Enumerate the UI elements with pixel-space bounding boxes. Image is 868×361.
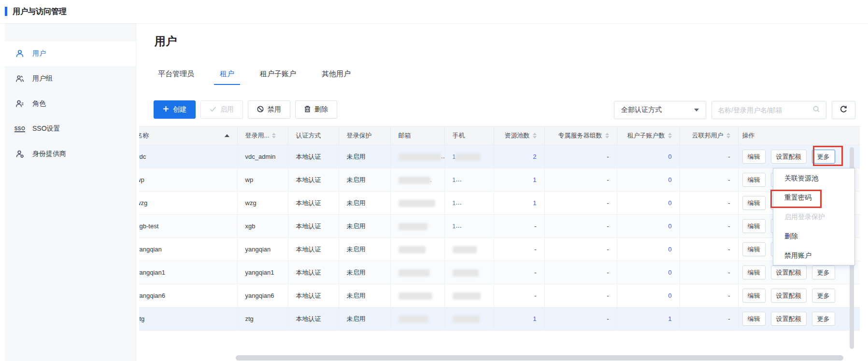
tab-other-users[interactable]: 其他用户 <box>316 64 356 86</box>
column-label: 名称 <box>139 131 149 140</box>
set-quota-button[interactable]: 设置配额 <box>771 289 807 303</box>
column-header-2: 认证方式 <box>288 126 339 145</box>
column-header-8[interactable]: 租户子账户数 <box>617 126 680 145</box>
more-button[interactable]: 更多 <box>812 265 835 279</box>
menu-item-associate-resource-pool[interactable]: 关联资源池 <box>773 168 854 188</box>
table-row: yangqian1yangqian1本地认证未启用--0-编辑设置配额更多 <box>139 261 860 284</box>
federation-cell: - <box>680 145 738 168</box>
edit-button[interactable]: 编辑 <box>742 219 766 233</box>
refresh-button[interactable] <box>832 101 855 119</box>
edit-button[interactable]: 编辑 <box>742 312 766 326</box>
edit-button[interactable]: 编辑 <box>742 289 766 303</box>
redacted-blur <box>453 246 477 253</box>
disable-button[interactable]: 禁用 <box>248 100 290 119</box>
sidebar-item-identity-provider[interactable]: 身份提供商 <box>5 141 136 167</box>
count-link[interactable]: 0 <box>668 199 671 207</box>
sub-accounts-cell: 0 <box>617 238 680 261</box>
column-header-9[interactable]: 云联邦用户 <box>680 126 738 145</box>
sorter-icon[interactable] <box>272 133 276 139</box>
dedicated-groups-cell: - <box>544 192 617 215</box>
menu-item-disable-account[interactable]: 禁用账户 <box>773 246 854 265</box>
set-quota-button[interactable]: 设置配额 <box>771 150 807 164</box>
pools-cell: - <box>494 261 544 284</box>
sorter-icon[interactable] <box>605 133 609 139</box>
column-header-7[interactable]: 专属服务器组数 <box>544 126 617 145</box>
delete-button[interactable]: 删除 <box>295 100 337 119</box>
edit-button[interactable]: 编辑 <box>742 196 766 210</box>
name-cell: wzg <box>139 192 237 215</box>
search-input[interactable] <box>718 106 812 114</box>
horizontal-scrollbar[interactable] <box>236 355 843 361</box>
sorter-icon[interactable] <box>726 133 730 139</box>
identity-provider-icon <box>15 149 25 159</box>
column-header-1[interactable]: 登录用... <box>237 126 288 145</box>
edit-button[interactable]: 编辑 <box>742 242 766 256</box>
count-link[interactable]: 0 <box>668 176 671 183</box>
auth-cell: 本地认证 <box>288 192 339 215</box>
redacted-blur <box>398 200 435 207</box>
table-row: wpwp本地认证未启用.11-0-编辑设置配额更多 <box>139 168 860 192</box>
auth-method-filter-select[interactable]: 全部认证方式 <box>614 101 706 119</box>
sidebar-item-user-groups[interactable]: 用户组 <box>5 66 136 91</box>
count-link[interactable]: 0 <box>668 222 671 230</box>
dedicated-groups-cell: - <box>544 168 617 192</box>
tab-platform-admin[interactable]: 平台管理员 <box>152 64 200 86</box>
enable-button: 启用 <box>200 100 243 119</box>
redacted-blur <box>398 177 430 184</box>
count-link[interactable]: 1 <box>533 199 536 207</box>
phone-cell: 1 <box>444 192 494 215</box>
sidebar-item-roles[interactable]: 角色 <box>5 91 136 116</box>
count-link[interactable]: 0 <box>668 292 671 299</box>
column-label: 邮箱 <box>398 131 411 140</box>
edit-button[interactable]: 编辑 <box>742 173 766 187</box>
column-label: 登录用... <box>245 131 270 140</box>
count-link[interactable]: 2 <box>533 153 536 160</box>
name-cell: xgb-test <box>139 215 237 238</box>
masked-prefix: 1 <box>453 222 462 230</box>
set-quota-button[interactable]: 设置配额 <box>771 265 807 279</box>
federation-cell: - <box>680 238 738 261</box>
column-label: 手机 <box>453 131 465 140</box>
edit-button[interactable]: 编辑 <box>742 150 766 164</box>
menu-item-delete[interactable]: 删除 <box>773 226 854 246</box>
sorter-icon[interactable] <box>533 133 537 139</box>
name-cell: yangqian6 <box>139 284 237 307</box>
redacted-blur <box>453 269 479 277</box>
edit-button[interactable]: 编辑 <box>742 265 766 279</box>
federation-cell: - <box>680 261 738 284</box>
count-link[interactable]: 1 <box>668 315 671 322</box>
set-quota-button[interactable]: 设置配额 <box>771 312 807 326</box>
count-link[interactable]: 0 <box>668 269 671 276</box>
sidebar-item-users[interactable]: 用户 <box>5 41 136 66</box>
dedicated-groups-cell: - <box>544 238 617 261</box>
count-link[interactable]: 1 <box>533 315 536 322</box>
column-header-0[interactable]: 名称 <box>139 126 237 145</box>
column-label: 登录保护 <box>347 131 372 140</box>
user-group-icon <box>15 74 25 83</box>
name-cell: wp <box>139 168 237 192</box>
more-button[interactable]: 更多 <box>812 150 835 164</box>
count-link[interactable]: 0 <box>668 246 671 253</box>
dedicated-groups-cell: - <box>544 284 617 307</box>
column-header-6[interactable]: 资源池数 <box>494 126 544 145</box>
tab-tenant-subaccount[interactable]: 租户子账户 <box>254 64 302 86</box>
redacted-blur <box>453 292 481 300</box>
column-label: 租户子账户数 <box>627 131 665 140</box>
create-button[interactable]: 创建 <box>154 100 196 119</box>
count-link[interactable]: 0 <box>668 153 671 160</box>
masked-suffix: . <box>430 177 432 183</box>
count-link[interactable]: 1 <box>533 176 536 183</box>
sorter-icon[interactable] <box>668 133 672 139</box>
column-label: 操作 <box>742 131 755 140</box>
more-button[interactable]: 更多 <box>812 289 835 303</box>
auth-cell: 本地认证 <box>288 284 339 307</box>
sidebar-item-sso-settings[interactable]: SSO SSO设置 <box>5 116 136 141</box>
more-button[interactable]: 更多 <box>812 312 835 326</box>
phone-cell <box>444 238 494 261</box>
tab-tenant[interactable]: 租户 <box>214 64 240 86</box>
sort-asc-icon[interactable] <box>225 134 229 137</box>
pools-cell: - <box>494 238 544 261</box>
page-title: 用户 <box>155 34 177 49</box>
sub-accounts-cell: 0 <box>617 284 680 307</box>
menu-item-reset-password[interactable]: 重置密码 <box>773 188 854 207</box>
